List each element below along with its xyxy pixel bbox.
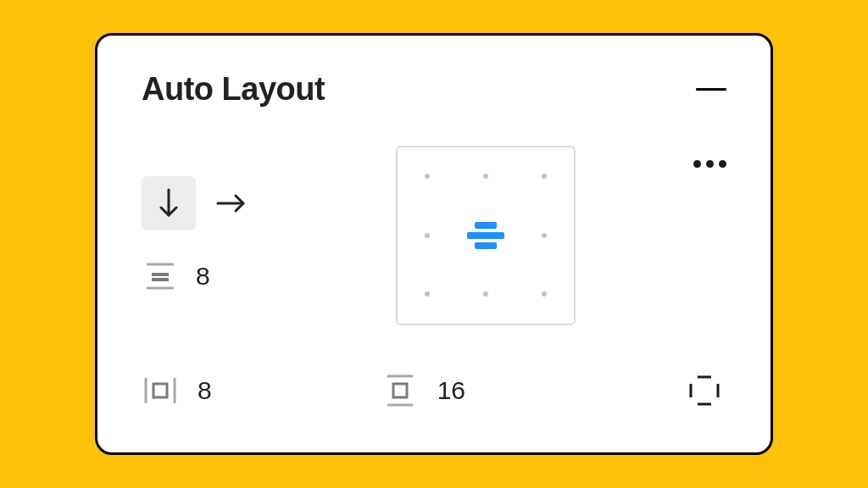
- align-bottom-left[interactable]: [398, 264, 456, 323]
- svg-rect-10: [393, 384, 407, 397]
- auto-layout-panel: Auto Layout: [95, 33, 773, 455]
- dot-icon: [425, 233, 430, 238]
- arrow-right-icon: [216, 191, 247, 216]
- dot-icon: [425, 174, 430, 179]
- vertical-padding-icon: [381, 372, 419, 409]
- individual-padding-icon: [686, 372, 723, 409]
- direction-horizontal-button[interactable]: [204, 176, 259, 230]
- dot-icon: [542, 291, 547, 297]
- item-spacing-control[interactable]: 8: [142, 258, 396, 295]
- vertical-padding-value[interactable]: 16: [437, 376, 465, 405]
- item-spacing-icon: [142, 258, 179, 295]
- align-top-center[interactable]: [456, 147, 515, 206]
- individual-padding-button[interactable]: [682, 369, 726, 413]
- align-bottom-center[interactable]: [456, 264, 515, 323]
- vertical-padding-control[interactable]: 16: [381, 372, 465, 409]
- svg-rect-4: [152, 278, 169, 281]
- direction-vertical-button[interactable]: [142, 176, 196, 230]
- direction-controls: [142, 176, 396, 230]
- align-top-left[interactable]: [398, 147, 456, 206]
- dot-icon: [483, 174, 488, 179]
- dot-icon: [542, 174, 547, 179]
- dot-icon: [425, 291, 430, 297]
- dot-icon: [542, 233, 547, 238]
- align-middle-right[interactable]: [515, 206, 574, 264]
- panel-title: Auto Layout: [142, 71, 325, 108]
- minus-icon: [696, 88, 726, 91]
- alignment-grid[interactable]: [396, 146, 576, 325]
- item-spacing-value[interactable]: 8: [196, 262, 210, 291]
- ellipsis-icon: [693, 160, 701, 168]
- align-middle-center[interactable]: [456, 206, 515, 264]
- horizontal-padding-value[interactable]: 8: [198, 376, 212, 405]
- align-middle-left[interactable]: [398, 206, 456, 264]
- horizontal-padding-control[interactable]: 8: [142, 372, 212, 409]
- more-options-button[interactable]: [659, 160, 726, 168]
- svg-rect-3: [152, 273, 169, 276]
- horizontal-padding-icon: [142, 372, 179, 409]
- align-bottom-right[interactable]: [515, 264, 574, 323]
- align-top-right[interactable]: [515, 147, 574, 206]
- panel-header: Auto Layout: [142, 71, 726, 108]
- dot-icon: [483, 291, 488, 297]
- align-center-icon: [467, 222, 504, 249]
- arrow-down-icon: [156, 188, 181, 219]
- collapse-button[interactable]: [696, 88, 726, 91]
- svg-rect-7: [153, 384, 167, 397]
